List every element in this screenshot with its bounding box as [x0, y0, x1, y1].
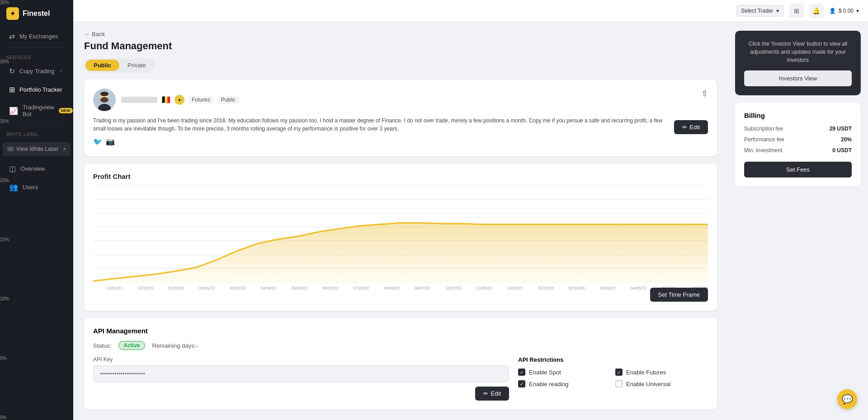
user-icon: 👤 — [829, 8, 836, 14]
new-badge: NEW — [59, 108, 73, 113]
chart-area: 12/01/21 12/31/21 01/30/22 03/01/22 03/3… — [93, 186, 708, 282]
sidebar-item-users[interactable]: 👥 Users — [3, 178, 71, 196]
enable-universal-checkbox[interactable] — [615, 380, 623, 387]
billing-min-investment-row: Min. Investment 0 USDT — [744, 147, 852, 154]
api-management-card: API Management Status: Active Remaining … — [84, 318, 717, 410]
enable-universal-label: Enable Universal — [626, 381, 670, 387]
content-main: ← Back Fund Management Public Private — [73, 22, 728, 420]
edit-btn-label: Edit — [690, 124, 700, 131]
profile-bio: Trading is my passion and I've been trad… — [93, 117, 667, 147]
flag-icon: 🇧🇪 — [161, 95, 171, 105]
investors-panel-message: Click the 'Investor View' button to view… — [744, 40, 852, 64]
profile-edit-button[interactable]: ✏ Edit — [674, 120, 708, 134]
twitter-icon[interactable]: 🐦 — [93, 136, 102, 147]
api-content: API Key ✏ Edit API Restrictions — [93, 356, 708, 401]
profile-card: 🇧🇪 ✦ Futures Public ⇧ Trading is my pass… — [84, 79, 717, 156]
tab-private[interactable]: Private — [119, 60, 154, 71]
trader-select[interactable]: Select Trader ▾ — [736, 5, 783, 17]
trader-select-label: Select Trader — [741, 8, 773, 14]
sidebar-item-copy-trading[interactable]: ↻ Copy Trading ↗ — [3, 62, 71, 80]
instagram-icon[interactable]: 📷 — [106, 136, 115, 147]
api-key-input[interactable] — [93, 365, 509, 382]
restriction-enable-reading: ✓ Enable reading — [518, 380, 611, 387]
enable-futures-checkbox[interactable]: ✓ — [615, 369, 623, 376]
copy-trading-icon: ↻ — [9, 67, 15, 75]
api-key-section: API Key ✏ Edit — [93, 356, 509, 401]
profile-content: Trading is my passion and I've been trad… — [93, 117, 708, 147]
check-icon: ✓ — [520, 370, 524, 375]
performance-fee-value: 20% — [841, 136, 852, 143]
profile-header: 🇧🇪 ✦ Futures Public — [93, 89, 239, 111]
check-icon: ✓ — [520, 382, 524, 387]
back-link[interactable]: ← Back — [84, 31, 717, 37]
bio-text: Trading is my passion and I've been trad… — [93, 117, 662, 132]
sidebar: ✦ Finestel ⇄ My Exchanges Services ↻ Cop… — [0, 0, 73, 420]
white-label-button[interactable]: View White Label ↗ — [3, 142, 71, 156]
profile-name-row: 🇧🇪 ✦ Futures Public — [121, 95, 239, 105]
exchange-badge: Futures — [188, 96, 214, 104]
investors-view-button[interactable]: Investors View — [744, 70, 852, 86]
sidebar-item-portfolio-tracker[interactable]: ⊞ Portfolio Tracker — [3, 81, 71, 98]
chevron-down-icon: ▾ — [776, 8, 779, 14]
content-right: Click the 'Investor View' button to view… — [728, 22, 868, 420]
page-title: Fund Management — [84, 40, 717, 52]
api-title: API Management — [93, 327, 708, 335]
services-label: Services — [0, 50, 73, 62]
external-link-icon: ↗ — [59, 69, 62, 74]
check-icon: ✓ — [617, 370, 621, 375]
sidebar-item-label: Copy Trading — [19, 68, 54, 75]
billing-panel: Billing Subscription fee 29 USDT Perform… — [735, 103, 861, 187]
pencil-icon: ✏ — [483, 390, 488, 397]
svg-point-2 — [100, 97, 108, 103]
chat-icon: 💬 — [842, 394, 853, 405]
restriction-enable-universal: Enable Universal — [615, 380, 708, 387]
sidebar-item-tradingview-bot[interactable]: 📈 Tradingview Bot NEW — [3, 99, 71, 122]
visibility-badge: Public — [217, 96, 240, 104]
api-edit-button[interactable]: ✏ Edit — [475, 387, 509, 401]
restriction-enable-spot: ✓ Enable Spot — [518, 369, 611, 376]
chat-bubble[interactable]: 💬 — [837, 389, 857, 409]
grid-icon-button[interactable]: ⊞ — [789, 4, 804, 18]
white-label-section: View White Label ↗ — [3, 142, 71, 156]
set-fees-button[interactable]: Set Fees — [744, 162, 852, 177]
enable-spot-checkbox[interactable]: ✓ — [518, 369, 525, 376]
svg-point-3 — [100, 92, 108, 96]
logo: ✦ Finestel — [0, 0, 73, 27]
back-arrow-icon: ← — [84, 31, 90, 37]
app-name: Finestel — [23, 9, 50, 18]
chart-x-labels: 12/01/21 12/31/21 01/30/22 03/01/22 03/3… — [93, 286, 708, 290]
grid-icon: ⊞ — [794, 7, 799, 14]
billing-subscription-row: Subscription fee 29 USDT — [744, 126, 852, 132]
restriction-enable-futures: ✓ Enable Futures — [615, 369, 708, 376]
performance-fee-label: Performance fee — [744, 136, 784, 143]
main-area: Select Trader ▾ ⊞ 🔔 👤 $ 0.00 ▾ ← Back Fu… — [73, 0, 868, 420]
subscription-fee-label: Subscription fee — [744, 126, 783, 132]
subscription-fee-value: 29 USDT — [830, 126, 852, 132]
sidebar-item-overview[interactable]: ◫ Overview — [3, 160, 71, 177]
api-header: Status: Active Remaining days:- — [93, 341, 708, 350]
user-balance: $ 0.00 — [839, 8, 854, 14]
chevron-down-icon: ▾ — [856, 8, 859, 14]
status-label: Status: — [93, 342, 111, 349]
share-icon[interactable]: ⇧ — [701, 89, 708, 98]
min-investment-label: Min. Investment — [744, 147, 783, 154]
external-link-icon: ↗ — [62, 147, 66, 152]
enable-reading-checkbox[interactable]: ✓ — [518, 380, 525, 387]
user-menu[interactable]: 👤 $ 0.00 ▾ — [829, 8, 859, 14]
bell-icon-button[interactable]: 🔔 — [809, 4, 824, 18]
remaining-days: Remaining days:- — [152, 342, 198, 349]
tab-public[interactable]: Public — [85, 60, 119, 71]
billing-title: Billing — [744, 112, 852, 119]
chart-svg — [93, 186, 708, 282]
profile-name — [121, 97, 157, 103]
sidebar-item-label: Overview — [20, 165, 45, 172]
sidebar-item-label: Tradingview Bot — [23, 104, 54, 117]
exchanges-icon: ⇄ — [9, 32, 15, 41]
investors-panel: Click the 'Investor View' button to view… — [735, 31, 861, 95]
exchange-icon: ✦ — [175, 95, 184, 105]
restrictions-grid: ✓ Enable Spot ✓ Enable Futures — [518, 369, 708, 387]
sidebar-item-my-exchanges[interactable]: ⇄ My Exchanges — [3, 28, 71, 45]
users-icon: 👥 — [9, 183, 18, 191]
chart-wrapper: 35% 30% 25% 20% 15% 10% 5% 0% — [93, 186, 708, 282]
set-time-frame-button[interactable]: Set Time Frame — [650, 288, 708, 302]
